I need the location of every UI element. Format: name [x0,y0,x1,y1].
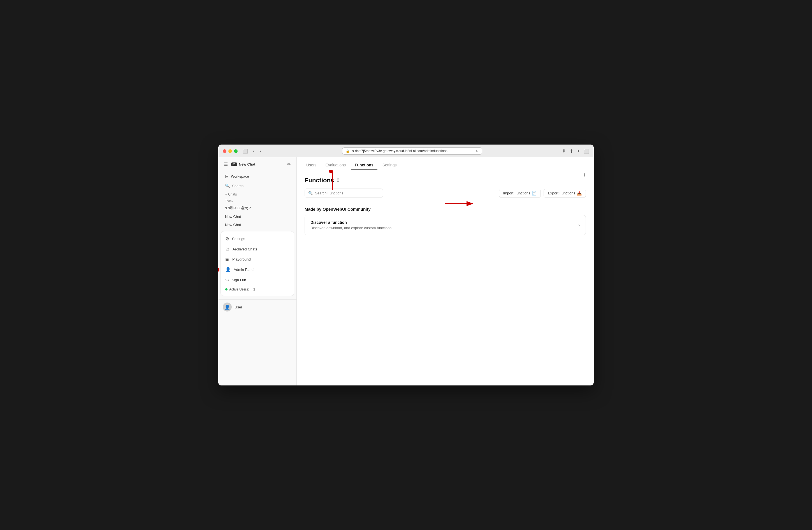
playground-menu-item[interactable]: ▣ Playground [221,254,294,264]
share-icon[interactable]: ⬆ [570,148,573,154]
active-users-label: Active Users: [229,288,249,291]
import-arrow-annotation [445,200,476,208]
app-name: New Chat [239,162,255,166]
traffic-lights [223,149,237,153]
sidebar-toggle-browser[interactable]: ⬜ [241,148,249,154]
community-card-title: Discover a function [310,220,391,225]
playground-label: Playground [232,257,251,261]
new-chat-button[interactable]: ✏ [286,161,292,168]
import-icon: 📄 [532,191,537,195]
download-icon[interactable]: ⬇ [562,148,566,154]
search-functions-input[interactable] [315,191,379,195]
sidebar-header-left: ☰ 01 New Chat [223,161,255,168]
tab-settings[interactable]: Settings [379,161,401,170]
sign-out-menu-item[interactable]: ↪ Sign Out [221,275,294,285]
maximize-button[interactable] [234,149,237,153]
minimize-button[interactable] [228,149,232,153]
search-icon: 🔍 [225,183,230,188]
user-name: User [234,305,242,309]
admin-arrow-annotation [218,266,219,274]
settings-label: Settings [232,237,245,241]
settings-icon: ⚙ [225,236,229,241]
playground-icon: ▣ [225,256,230,262]
sidebar-header: ☰ 01 New Chat ✏ [218,157,296,172]
chats-label: Chats [228,192,237,196]
export-functions-button[interactable]: Export Functions 📤 [543,189,586,198]
admin-nav: Users Evaluations Functions Settings [297,157,594,170]
browser-chrome: ⬜ ‹ › 🔒 is-dast7j5mhtwl3v3e.gateway.clou… [218,145,594,157]
workspace-label: Workspace [231,174,249,178]
chat-item[interactable]: New Chat [220,213,294,220]
archived-icon: 🗂 [225,247,230,252]
app-container: ☰ 01 New Chat ✏ ⊞ Workspace 🔍 Search [218,157,594,385]
signout-label: Sign Out [232,278,246,282]
new-tab-icon[interactable]: + [577,148,580,153]
admin-icon: 👤 [225,267,231,272]
content-header: Functions 0 [305,177,586,184]
sidebar-bottom-menu: ⚙ Settings 🗂 Archived Chats ▣ Playground… [220,231,294,296]
tab-evaluations[interactable]: Evaluations [322,161,350,170]
chats-section[interactable]: ∨ Chats [220,191,294,197]
export-icon: 📤 [577,191,582,195]
tabs-icon[interactable]: ⬜ [584,148,589,154]
active-users: Active Users: 1 [221,285,294,294]
sidebar-workspace[interactable]: ⊞ Workspace [220,172,294,181]
community-section: Made by OpenWebUI Community Discover a f… [305,207,586,235]
url-text: is-dast7j5mhtwl3v3e.gateway.cloud.infini… [351,149,448,153]
url-display[interactable]: 🔒 is-dast7j5mhtwl3v3e.gateway.cloud.infi… [342,147,482,154]
signout-icon: ↪ [225,277,229,283]
search-functions-icon: 🔍 [308,191,313,195]
address-bar: 🔒 is-dast7j5mhtwl3v3e.gateway.cloud.infi… [266,147,559,154]
browser-actions: ⬇ ⬆ + ⬜ [562,148,589,154]
community-card-content: Discover a function Discover, download, … [310,220,391,230]
active-dot [225,288,228,291]
import-functions-button[interactable]: Import Functions 📄 [499,189,541,198]
tab-users[interactable]: Users [302,161,321,170]
chats-arrow: ∨ [225,193,227,196]
archived-chats-menu-item[interactable]: 🗂 Archived Chats [221,244,294,254]
workspace-icon: ⊞ [225,174,229,179]
main-content: Users Evaluations Functions Settings Fun… [297,157,594,385]
tab-functions[interactable]: Functions [351,161,377,170]
reload-icon[interactable]: ↻ [476,149,479,153]
content-area: Functions 0 🔍 [297,170,594,385]
admin-label: Admin Panel [234,267,255,272]
today-label: Today [220,198,294,203]
import-functions-label: Import Functions [503,191,531,195]
forward-button[interactable]: › [258,148,262,154]
user-avatar: 👤 [223,303,232,311]
chevron-right-icon: › [578,222,580,228]
export-functions-label: Export Functions [548,191,575,195]
sidebar: ☰ 01 New Chat ✏ ⊞ Workspace 🔍 Search [218,157,297,385]
browser-window: ⬜ ‹ › 🔒 is-dast7j5mhtwl3v3e.gateway.clou… [218,145,594,385]
user-profile[interactable]: 👤 User [218,299,296,314]
search-label: Search [232,184,244,188]
lock-icon: 🔒 [346,149,350,153]
sidebar-search[interactable]: 🔍 Search [220,182,294,190]
functions-count: 0 [337,178,339,183]
hamburger-menu[interactable]: ☰ [223,161,229,168]
active-users-count: 1 [253,288,255,291]
chat-item[interactable]: 9.9和9.11谁大？ [220,204,294,212]
app-logo: 01 New Chat [231,162,255,166]
archived-label: Archived Chats [233,247,257,251]
browser-controls: ⬜ ‹ › [241,148,263,154]
community-card[interactable]: Discover a function Discover, download, … [305,215,586,235]
admin-panel-menu-item[interactable]: 👤 Admin Panel [221,264,294,275]
back-button[interactable]: ‹ [251,148,256,154]
close-button[interactable] [223,149,227,153]
logo-badge: 01 [231,162,237,166]
search-functions[interactable]: 🔍 [305,189,383,198]
community-card-description: Discover, download, and explore custom f… [310,226,391,230]
up-arrow-annotation [329,170,336,190]
settings-menu-item[interactable]: ⚙ Settings [221,234,294,244]
add-function-button[interactable]: + [581,170,589,180]
chat-item[interactable]: New Chat [220,221,294,229]
